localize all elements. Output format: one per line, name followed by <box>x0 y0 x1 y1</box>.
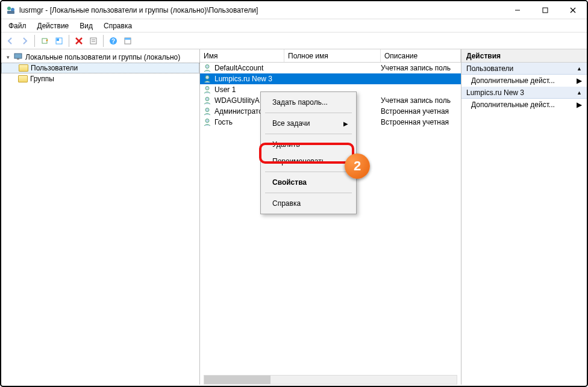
back-button[interactable] <box>4 34 17 48</box>
chevron-right-icon: ▶ <box>577 76 582 85</box>
chevron-right-icon: ▶ <box>577 101 582 109</box>
list-header: Имя Полное имя Описание <box>200 49 461 63</box>
refresh-button[interactable] <box>52 34 66 48</box>
chevron-up-icon: ▲ <box>577 66 582 72</box>
minimize-button[interactable] <box>504 1 531 19</box>
svg-rect-20 <box>17 58 19 60</box>
tree-users-label: Пользователи <box>31 64 78 72</box>
svg-rect-7 <box>42 39 47 43</box>
ctx-all-tasks[interactable]: Все задачи▶ <box>263 115 354 132</box>
list-row[interactable]: Lumpics.ru New 3 <box>200 73 461 84</box>
tree-root[interactable]: ▾ Локальные пользователи и группы (локал… <box>1 52 199 63</box>
svg-point-21 <box>205 65 209 69</box>
svg-rect-19 <box>14 54 22 58</box>
svg-point-26 <box>205 119 209 123</box>
actions-panel: Действия Пользователи ▲ Дополнительные д… <box>461 49 587 385</box>
svg-point-25 <box>205 108 209 112</box>
tree-panel: ▾ Локальные пользователи и группы (локал… <box>1 49 200 385</box>
chevron-up-icon: ▲ <box>577 90 582 96</box>
svg-point-23 <box>205 87 209 90</box>
delete-button[interactable] <box>72 34 86 48</box>
tree-root-label: Локальные пользователи и группы (локальн… <box>25 53 180 61</box>
action-more-2[interactable]: Дополнительные дейст... ▶ <box>461 99 587 111</box>
cell-desc: Учетная запись поль <box>381 64 461 72</box>
cell-desc: Учетная запись поль <box>381 96 461 105</box>
computer-icon <box>13 52 23 63</box>
maximize-button[interactable] <box>531 1 559 19</box>
ctx-properties[interactable]: Свойства <box>263 174 354 191</box>
cell-desc: Встроенная учетная <box>381 107 461 116</box>
tree-users[interactable]: Пользователи <box>1 63 199 73</box>
svg-rect-4 <box>543 8 548 13</box>
list-row[interactable]: DefaultAccountУчетная запись поль <box>200 63 461 73</box>
user-icon <box>202 117 212 127</box>
folder-icon <box>18 75 28 82</box>
menubar: Файл Действие Вид Справка <box>1 19 587 33</box>
action-group-selection[interactable]: Lumpics.ru New 3 ▲ <box>461 87 587 99</box>
context-menu: Задать пароль... Все задачи▶ Удалить Пер… <box>260 91 357 214</box>
window-title: lusrmgr - [Локальные пользователи и груп… <box>19 6 504 14</box>
tree-groups[interactable]: Группы <box>1 73 199 84</box>
col-full[interactable]: Полное имя <box>284 49 381 62</box>
action-group-users[interactable]: Пользователи ▲ <box>461 63 587 75</box>
menu-view[interactable]: Вид <box>75 20 98 31</box>
svg-rect-18 <box>125 38 131 40</box>
cell-name: Lumpics.ru New 3 <box>214 75 284 83</box>
actions-title: Действия <box>461 49 587 63</box>
svg-point-22 <box>205 76 209 79</box>
help-button[interactable]: ? <box>107 34 120 48</box>
menu-help[interactable]: Справка <box>99 20 137 31</box>
chevron-right-icon: ▶ <box>343 120 348 127</box>
toolbar: ? <box>1 33 587 49</box>
user-icon <box>202 107 212 116</box>
forward-button[interactable] <box>18 34 31 48</box>
svg-text:?: ? <box>111 38 115 45</box>
menu-file[interactable]: Файл <box>4 20 31 31</box>
ctx-help[interactable]: Справка <box>263 195 354 212</box>
ctx-set-password[interactable]: Задать пароль... <box>263 94 354 111</box>
properties-button[interactable] <box>87 34 100 48</box>
tree-groups-label: Группы <box>30 75 54 83</box>
menu-action[interactable]: Действие <box>33 20 74 31</box>
col-desc[interactable]: Описание <box>381 49 461 62</box>
user-icon <box>202 96 212 105</box>
svg-point-0 <box>7 7 11 10</box>
folder-icon <box>19 64 28 72</box>
cell-name: DefaultAccount <box>214 64 284 72</box>
titlebar: lusrmgr - [Локальные пользователи и груп… <box>1 1 587 19</box>
svg-rect-12 <box>90 38 96 44</box>
action-more-1[interactable]: Дополнительные дейст... ▶ <box>461 75 587 87</box>
ctx-rename[interactable]: Переименовать <box>263 153 354 170</box>
user-icon <box>202 85 212 94</box>
cell-desc: Встроенная учетная <box>381 118 461 126</box>
svg-rect-2 <box>7 11 14 14</box>
app-icon <box>6 5 16 15</box>
ctx-delete[interactable]: Удалить <box>263 136 354 153</box>
col-name[interactable]: Имя <box>200 49 284 62</box>
svg-point-24 <box>205 98 209 101</box>
horizontal-scrollbar[interactable] <box>204 375 457 385</box>
view-button[interactable] <box>121 34 134 48</box>
svg-rect-9 <box>57 39 59 41</box>
close-button[interactable] <box>559 1 587 19</box>
add-button[interactable] <box>38 34 51 48</box>
user-icon <box>202 63 212 73</box>
collapse-icon[interactable]: ▾ <box>5 54 11 60</box>
scrollbar-thumb[interactable] <box>204 376 271 384</box>
user-icon <box>202 74 212 84</box>
